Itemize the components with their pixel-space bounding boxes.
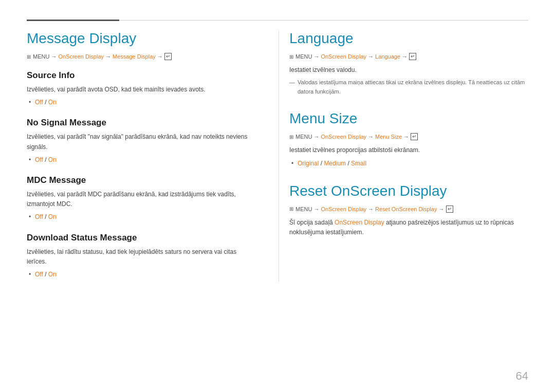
download-status-bullet: Off / On	[27, 270, 253, 279]
lang-bc-arrow2: →	[368, 53, 374, 60]
ms-bc-arrow3: →	[403, 134, 409, 140]
menu-size-breadcrumb: ⊞ MENU → OnScreen Display → Menu Size → …	[289, 133, 528, 140]
reset-bc-menu: MENU	[295, 206, 312, 212]
reset-bc-link1: OnScreen Display	[321, 206, 366, 212]
left-column: Message Display ⊞ MENU → OnScreen Displa…	[27, 30, 273, 282]
reset-body: Šī opcija sadaļā OnScreen Display atjaun…	[289, 218, 528, 237]
page-number: 64	[516, 369, 528, 383]
reset-onscreen-section: Reset OnScreen Display ⊞ MENU → OnScreen…	[289, 183, 528, 237]
source-info-on: On	[48, 99, 57, 106]
reset-body-prefix: Šī opcija sadaļā	[289, 219, 335, 226]
ms-bc-arrow1: →	[313, 134, 319, 140]
lang-bc-arrow3: →	[402, 53, 408, 60]
bc-arrow2: →	[105, 53, 111, 60]
mdc-bullet: Off / On	[27, 212, 253, 222]
source-info-section: Source Info Izvēlieties, vai parādīt avo…	[27, 70, 253, 107]
ms-small: Small	[351, 160, 366, 167]
mdc-off: Off	[35, 213, 43, 220]
no-signal-sep: /	[43, 156, 48, 163]
language-note: Valodas iestatījuma maiņa attiecas tikai…	[289, 78, 528, 96]
menu-size-title: Menu Size	[289, 110, 528, 127]
source-info-off: Off	[35, 99, 43, 106]
source-info-sep: /	[43, 99, 48, 106]
message-display-breadcrumb: ⊞ MENU → OnScreen Display → Message Disp…	[27, 53, 253, 60]
reset-onscreen-title: Reset OnScreen Display	[289, 183, 528, 199]
ms-sep2: /	[346, 160, 351, 167]
reset-bc-arrow3: →	[439, 206, 445, 212]
ms-bc-menu: MENU	[295, 134, 312, 140]
download-status-body: Izvēlieties, lai rādītu statusu, kad tie…	[27, 247, 253, 267]
no-signal-section: No Signal Message Izvēlieties, vai parād…	[27, 118, 253, 165]
content-columns: Message Display ⊞ MENU → OnScreen Displa…	[27, 30, 528, 282]
lang-bc-menu: MENU	[295, 53, 312, 60]
mdc-body: Izvēlieties, vai parādīt MDC parādīšanu …	[27, 190, 253, 209]
lang-bc-link1: OnScreen Display	[321, 53, 366, 60]
bc-menu: MENU	[33, 53, 49, 60]
no-signal-body: Izvēlieties, vai parādīt "nav signāla" p…	[27, 132, 253, 152]
download-status-title: Download Status Message	[27, 233, 253, 243]
download-off: Off	[35, 271, 43, 278]
no-signal-on: On	[48, 156, 57, 163]
download-on: On	[48, 271, 57, 278]
lang-bc-arrow1: →	[313, 53, 319, 60]
reset-bc-enter: ↵	[446, 206, 453, 213]
lang-menu-icon: ⊞	[289, 54, 293, 60]
bc-link1: OnScreen Display	[58, 53, 104, 60]
menu-size-section: Menu Size ⊞ MENU → OnScreen Display → Me…	[289, 110, 528, 168]
ms-sep1: /	[319, 160, 324, 167]
ms-bc-enter: ↵	[411, 133, 418, 140]
source-info-body: Izvēlieties, vai parādīt avota OSD, kad …	[27, 85, 253, 95]
language-section: Language ⊞ MENU → OnScreen Display → Lan…	[289, 30, 528, 96]
bc-link2: Message Display	[113, 53, 156, 60]
ms-medium: Medium	[324, 160, 346, 167]
reset-bc-link2: Reset OnScreen Display	[375, 206, 437, 212]
menu-grid-icon: ⊞	[27, 54, 31, 60]
ms-menu-icon: ⊞	[289, 134, 293, 140]
mdc-title: MDC Message	[27, 175, 253, 185]
mdc-section: MDC Message Izvēlieties, vai parādīt MDC…	[27, 175, 253, 222]
bc-arrow1: →	[51, 53, 57, 60]
top-rules	[27, 0, 528, 21]
reset-bc-arrow1: →	[313, 206, 319, 212]
reset-body-link: OnScreen Display	[335, 219, 384, 226]
page-container: Message Display ⊞ MENU → OnScreen Displa…	[0, 0, 555, 392]
source-info-title: Source Info	[27, 70, 253, 81]
language-title: Language	[289, 30, 528, 47]
bc-arrow3: →	[157, 53, 163, 60]
message-display-title: Message Display	[27, 30, 253, 47]
mdc-on: On	[48, 213, 57, 220]
right-column: Language ⊞ MENU → OnScreen Display → Lan…	[279, 30, 528, 282]
rule-light	[119, 20, 528, 21]
no-signal-title: No Signal Message	[27, 118, 253, 128]
reset-menu-icon: ⊞	[289, 206, 293, 212]
ms-bc-link1: OnScreen Display	[321, 134, 366, 140]
ms-original: Original	[298, 160, 319, 167]
no-signal-off: Off	[35, 156, 43, 163]
bc-enter-icon: ↵	[164, 53, 172, 60]
language-body: Iestatiet izvēlnes valodu.	[289, 65, 528, 75]
reset-bc-arrow2: →	[368, 206, 374, 212]
language-breadcrumb: ⊞ MENU → OnScreen Display → Language → ↵	[289, 53, 528, 60]
rule-dark	[27, 20, 119, 21]
ms-bc-arrow2: →	[368, 134, 374, 140]
mdc-sep: /	[43, 213, 48, 220]
download-sep: /	[43, 271, 48, 278]
no-signal-bullet: Off / On	[27, 155, 253, 165]
reset-breadcrumb: ⊞ MENU → OnScreen Display → Reset OnScre…	[289, 206, 528, 213]
source-info-bullet: Off / On	[27, 98, 253, 107]
lang-bc-link2: Language	[375, 53, 400, 60]
lang-bc-enter: ↵	[409, 53, 416, 60]
ms-bc-link2: Menu Size	[375, 134, 402, 140]
menu-size-bullet: Original / Medium / Small	[289, 159, 528, 169]
download-status-section: Download Status Message Izvēlieties, lai…	[27, 233, 253, 280]
menu-size-body: Iestatiet izvēlnes proporcijas atbilstoš…	[289, 145, 528, 155]
